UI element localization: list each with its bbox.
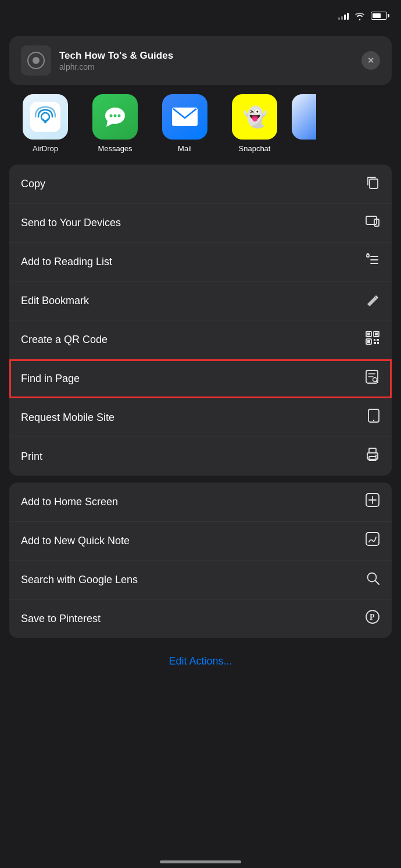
svg-line-19 bbox=[368, 254, 369, 255]
app-item-messages[interactable]: Messages bbox=[80, 94, 150, 153]
print-label: Print bbox=[21, 451, 42, 463]
svg-rect-39 bbox=[369, 448, 376, 453]
qr-code-label: Create a QR Code bbox=[21, 334, 108, 346]
pinterest-icon: P bbox=[365, 609, 380, 628]
signal-icon bbox=[338, 12, 349, 20]
wifi-icon bbox=[355, 12, 365, 20]
copy-icon bbox=[365, 174, 380, 193]
home-screen-icon bbox=[365, 492, 380, 511]
mobile-site-icon bbox=[367, 408, 380, 427]
menu-item-pinterest[interactable]: Save to Pinterest P bbox=[9, 599, 392, 638]
quick-note-icon bbox=[365, 531, 380, 550]
edit-bookmark-icon bbox=[365, 291, 380, 310]
menu-item-reading-list[interactable]: Add to Reading List bbox=[9, 242, 392, 281]
copy-label: Copy bbox=[21, 178, 45, 190]
svg-text:P: P bbox=[370, 613, 375, 621]
svg-rect-11 bbox=[366, 216, 377, 224]
svg-rect-30 bbox=[377, 342, 379, 344]
menu-item-qr-code[interactable]: Create a QR Code bbox=[9, 320, 392, 359]
app-item-partial[interactable] bbox=[289, 94, 318, 144]
svg-rect-45 bbox=[366, 533, 379, 545]
mail-label: Mail bbox=[178, 144, 192, 153]
edit-actions-button[interactable]: Edit Actions... bbox=[0, 645, 401, 678]
edit-actions-label: Edit Actions... bbox=[169, 655, 232, 667]
svg-line-47 bbox=[375, 581, 379, 584]
svg-rect-10 bbox=[370, 179, 378, 188]
google-lens-label: Search with Google Lens bbox=[21, 574, 138, 586]
mobile-site-label: Request Mobile Site bbox=[21, 412, 114, 424]
svg-point-41 bbox=[375, 455, 377, 456]
svg-point-7 bbox=[118, 115, 121, 117]
battery-icon bbox=[371, 12, 387, 20]
menu-item-quick-note[interactable]: Add to New Quick Note bbox=[9, 521, 392, 560]
svg-point-46 bbox=[368, 573, 377, 582]
messages-icon bbox=[92, 94, 138, 140]
pinterest-label: Save to Pinterest bbox=[21, 613, 101, 625]
menu-item-mobile-site[interactable]: Request Mobile Site bbox=[9, 398, 392, 437]
google-lens-icon bbox=[365, 570, 380, 589]
airdrop-icon bbox=[23, 94, 68, 140]
svg-rect-28 bbox=[377, 339, 379, 341]
menu-item-google-lens[interactable]: Search with Google Lens bbox=[9, 560, 392, 599]
svg-rect-26 bbox=[367, 340, 370, 343]
svg-point-37 bbox=[373, 420, 374, 421]
svg-text:👻: 👻 bbox=[243, 105, 268, 129]
status-bar bbox=[0, 0, 401, 31]
close-button[interactable]: ✕ bbox=[361, 51, 380, 70]
site-favicon bbox=[21, 45, 51, 76]
home-screen-label: Add to Home Screen bbox=[21, 496, 118, 508]
menu-item-copy[interactable]: Copy bbox=[9, 165, 392, 203]
reading-list-label: Add to Reading List bbox=[21, 256, 112, 268]
find-in-page-icon bbox=[365, 369, 380, 388]
quick-note-label: Add to New Quick Note bbox=[21, 535, 130, 547]
menu-item-send-devices[interactable]: Send to Your Devices bbox=[9, 203, 392, 242]
print-icon bbox=[365, 447, 380, 466]
menu-item-edit-bookmark[interactable]: Edit Bookmark bbox=[9, 281, 392, 320]
menu-item-home-screen[interactable]: Add to Home Screen bbox=[9, 483, 392, 521]
site-text: Tech How To's & Guides alphr.com bbox=[59, 49, 173, 72]
svg-rect-40 bbox=[369, 456, 376, 460]
partial-app-icon bbox=[292, 94, 316, 140]
snapchat-label: Snapchat bbox=[239, 144, 271, 153]
app-item-snapchat[interactable]: 👻 Snapchat bbox=[220, 94, 289, 153]
svg-rect-22 bbox=[367, 333, 370, 335]
svg-point-1 bbox=[33, 57, 40, 64]
reading-list-icon bbox=[365, 252, 380, 271]
svg-point-6 bbox=[114, 115, 117, 117]
site-title: Tech How To's & Guides bbox=[59, 49, 173, 62]
qr-code-icon bbox=[365, 330, 380, 349]
svg-rect-27 bbox=[374, 339, 375, 341]
snapchat-icon: 👻 bbox=[232, 94, 277, 140]
site-header: Tech How To's & Guides alphr.com ✕ bbox=[9, 36, 392, 85]
find-in-page-label: Find in Page bbox=[21, 373, 80, 385]
menu-section-1: Copy Send to Your Devices Add to Reading… bbox=[9, 165, 392, 476]
site-info: Tech How To's & Guides alphr.com bbox=[21, 45, 173, 76]
share-apps-row: AirDrop Messages Mail 👻 bbox=[0, 94, 401, 165]
menu-item-print[interactable]: Print bbox=[9, 437, 392, 476]
edit-bookmark-label: Edit Bookmark bbox=[21, 295, 89, 307]
svg-rect-29 bbox=[374, 342, 376, 344]
menu-section-2: Add to Home Screen Add to New Quick Note… bbox=[9, 483, 392, 638]
home-indicator bbox=[160, 860, 241, 863]
app-item-mail[interactable]: Mail bbox=[150, 94, 220, 153]
svg-rect-24 bbox=[375, 333, 378, 335]
send-devices-label: Send to Your Devices bbox=[21, 217, 121, 229]
send-devices-icon bbox=[365, 213, 380, 232]
airdrop-label: AirDrop bbox=[33, 144, 58, 153]
messages-label: Messages bbox=[98, 144, 132, 153]
app-item-airdrop[interactable]: AirDrop bbox=[10, 94, 80, 153]
svg-point-5 bbox=[110, 115, 113, 117]
mail-icon bbox=[162, 94, 207, 140]
site-url: alphr.com bbox=[59, 62, 173, 72]
menu-item-find-in-page[interactable]: Find in Page bbox=[9, 359, 392, 398]
